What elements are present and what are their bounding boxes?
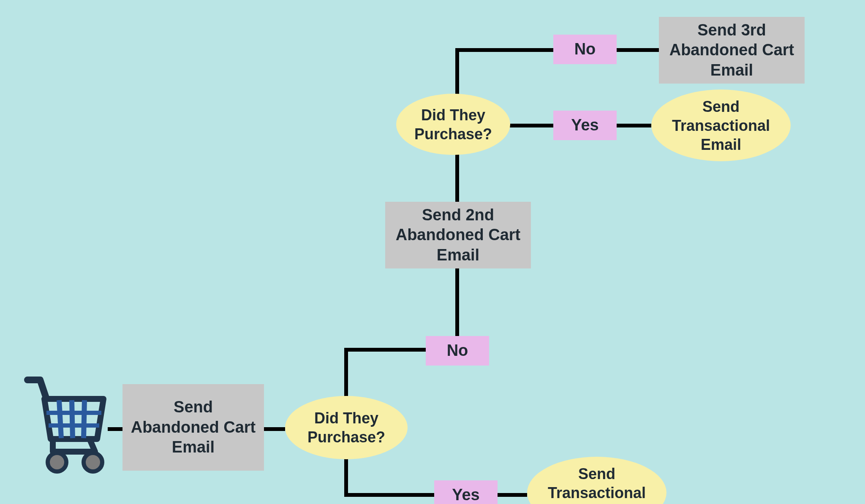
node-send-abandoned-cart-2: Send 2nd Abandoned Cart Email [385, 202, 531, 268]
svg-line-0 [59, 400, 61, 438]
connector [455, 154, 459, 203]
node-transactional-1: Send Transactional Email [527, 457, 666, 504]
connector [509, 124, 553, 127]
connector [455, 268, 459, 337]
connector [617, 48, 659, 52]
node-decision-1: Did They Purchase? [285, 396, 408, 459]
node-send-abandoned-cart-1: Send Abandoned Cart Email [122, 384, 264, 471]
node-no-2: No [553, 35, 617, 64]
node-no-1: No [426, 336, 489, 366]
connector [455, 48, 459, 95]
connector [264, 427, 285, 431]
node-yes-1: Yes [434, 480, 498, 504]
node-transactional-2: Send Transactional Email [651, 89, 791, 161]
connector [455, 48, 553, 52]
node-decision-2: Did They Purchase? [396, 94, 510, 155]
node-send-abandoned-cart-3: Send 3rd Abandoned Cart Email [659, 17, 805, 84]
connector [344, 348, 426, 352]
connector [498, 493, 527, 497]
svg-point-6 [84, 453, 102, 471]
node-yes-2: Yes [553, 111, 617, 140]
flow-diagram: Send Abandoned Cart Email Did They Purch… [0, 0, 865, 504]
connector [617, 124, 651, 127]
connector [108, 427, 122, 431]
connector [344, 493, 434, 497]
connector [344, 458, 348, 496]
svg-line-2 [84, 400, 84, 438]
connector [344, 348, 348, 397]
svg-point-5 [48, 453, 66, 471]
cart-icon [15, 367, 108, 477]
svg-line-1 [72, 400, 73, 438]
